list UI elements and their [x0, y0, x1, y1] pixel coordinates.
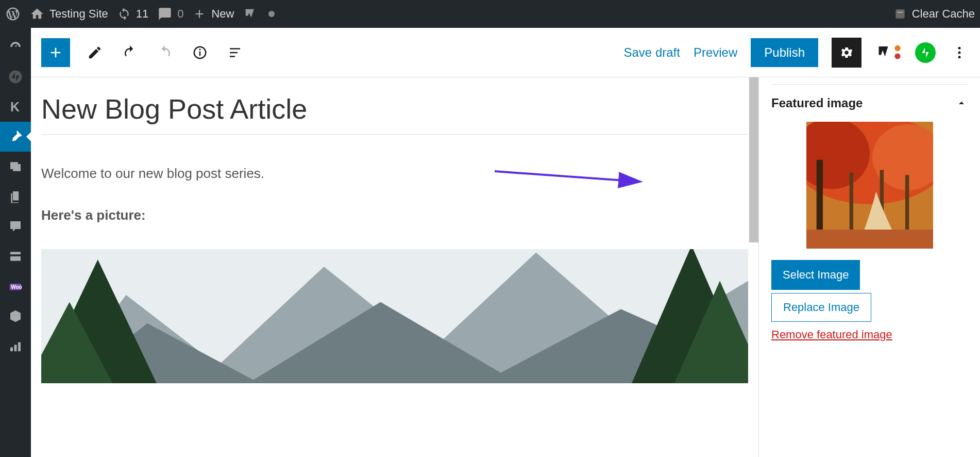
svg-rect-16 [230, 48, 240, 50]
nav-woocommerce[interactable]: Woo [0, 271, 31, 301]
nav-posts[interactable] [0, 122, 31, 152]
comments-count: 0 [177, 7, 183, 21]
svg-point-23 [958, 56, 961, 58]
svg-rect-1 [895, 9, 904, 18]
svg-rect-12 [18, 342, 21, 352]
plus-icon [193, 7, 206, 21]
scrollbar[interactable] [749, 77, 758, 242]
new-label: New [211, 7, 234, 21]
block-editor: Save draft Preview Publish New Blog Post… [31, 28, 980, 457]
replace-image-button[interactable]: Replace Image [771, 293, 871, 322]
svg-point-21 [958, 46, 961, 49]
clear-cache-label: Clear Cache [912, 7, 975, 21]
wp-admin-bar: Testing Site 11 0 New Clear Cache [0, 0, 980, 28]
nav-analytics[interactable] [0, 331, 31, 361]
save-draft-button[interactable]: Save draft [624, 45, 680, 60]
svg-point-22 [958, 51, 961, 54]
panel-title: Featured image [771, 96, 863, 110]
outline-button[interactable] [225, 42, 245, 63]
nav-jetpack[interactable] [0, 62, 31, 92]
svg-rect-36 [816, 160, 822, 230]
svg-text:Woo: Woo [11, 284, 22, 290]
editor-toolbar: Save draft Preview Publish [31, 28, 980, 77]
traffic-light-icon [893, 44, 902, 61]
admin-left-nav: K Woo [0, 28, 31, 457]
nav-media[interactable] [0, 152, 31, 182]
svg-rect-18 [230, 56, 235, 57]
settings-sidebar: Featured image [758, 77, 980, 457]
svg-rect-11 [14, 345, 17, 352]
yoast-button[interactable] [875, 43, 902, 62]
featured-image-panel-toggle[interactable]: Featured image [759, 85, 980, 122]
nav-forms[interactable] [0, 241, 31, 271]
nav-comments[interactable] [0, 211, 31, 241]
preview-button[interactable]: Preview [694, 45, 737, 60]
site-name: Testing Site [49, 7, 108, 21]
more-options-button[interactable] [949, 42, 970, 63]
bolt-icon [919, 46, 932, 59]
redo-button[interactable] [155, 42, 175, 63]
circle-icon [267, 9, 276, 19]
image-block[interactable] [41, 249, 748, 383]
new-content-link[interactable]: New [193, 7, 234, 21]
svg-text:K: K [10, 100, 20, 114]
yoast-icon [875, 43, 893, 62]
status-dot[interactable] [267, 9, 276, 19]
clear-cache-link[interactable]: Clear Cache [893, 7, 975, 21]
svg-rect-17 [230, 52, 238, 53]
svg-rect-10 [10, 348, 13, 352]
svg-rect-39 [905, 175, 908, 230]
svg-point-5 [12, 164, 14, 166]
svg-point-15 [199, 48, 200, 50]
svg-rect-7 [10, 256, 21, 261]
yoast-icon [243, 7, 258, 21]
svg-point-19 [894, 45, 900, 51]
site-name-link[interactable]: Testing Site [30, 7, 108, 21]
comment-icon [158, 7, 172, 21]
settings-button[interactable] [832, 38, 861, 68]
svg-rect-6 [10, 252, 21, 254]
svg-rect-40 [806, 230, 933, 249]
yoast-adminbar[interactable] [243, 7, 258, 21]
nav-products[interactable] [0, 301, 31, 331]
svg-point-0 [268, 11, 275, 17]
tools-button[interactable] [85, 42, 105, 63]
comments-link[interactable]: 0 [158, 7, 183, 21]
plus-icon [47, 44, 64, 61]
nav-pages[interactable] [0, 182, 31, 211]
cache-icon [893, 7, 907, 21]
updates-count: 11 [136, 7, 148, 21]
home-icon [30, 7, 44, 21]
editor-canvas[interactable]: New Blog Post Article Welcome to our new… [31, 77, 758, 457]
nav-dashboard[interactable] [0, 32, 31, 62]
publish-button[interactable]: Publish [751, 38, 818, 67]
post-title-input[interactable]: New Blog Post Article [41, 93, 748, 135]
undo-button[interactable] [120, 42, 140, 63]
featured-image-thumbnail[interactable] [806, 122, 933, 249]
chevron-up-icon [955, 97, 968, 109]
paragraph-block[interactable]: Here's a picture: [41, 207, 748, 223]
wp-logo[interactable] [5, 6, 21, 22]
remove-featured-image-link[interactable]: Remove featured image [771, 328, 968, 341]
svg-rect-37 [849, 172, 853, 230]
updates-link[interactable]: 11 [117, 7, 148, 21]
block-inserter-button[interactable] [41, 38, 70, 67]
refresh-icon [117, 7, 131, 21]
select-image-button[interactable]: Select Image [771, 260, 860, 290]
jetpack-button[interactable] [915, 42, 936, 63]
paragraph-block[interactable]: Welcome to our new blog post series. [41, 166, 748, 182]
svg-rect-14 [199, 51, 201, 56]
svg-rect-2 [897, 12, 903, 13]
details-button[interactable] [190, 42, 210, 63]
svg-point-3 [9, 71, 22, 84]
nav-k[interactable]: K [0, 92, 31, 122]
svg-point-20 [894, 53, 900, 59]
